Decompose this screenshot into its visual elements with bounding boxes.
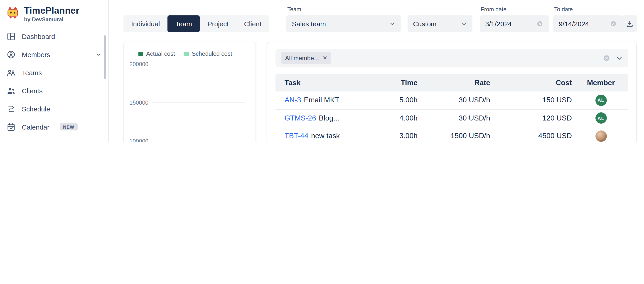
from-date-value: 3/1/2024 [485, 20, 532, 28]
task-id-link[interactable]: GTMS-26 [284, 114, 316, 122]
to-date-label: To date [553, 6, 622, 13]
y-tick-label: 150000 [130, 100, 148, 106]
sidebar-item-label: Members [22, 50, 50, 58]
tab-team[interactable]: Team [168, 15, 200, 32]
gridline [152, 102, 244, 103]
sidebar-item-schedule[interactable]: Schedule [0, 100, 108, 118]
legend-item-scheduled: Scheduled cost [184, 50, 232, 57]
sidebar-item-members[interactable]: Members [0, 45, 108, 63]
team-control: Team Sales team [286, 6, 401, 32]
column-header-cost: Cost [492, 79, 574, 87]
sidebar-item-timesheets[interactable]: Timesheets [0, 140, 108, 142]
y-tick-label: 100000 [130, 138, 148, 142]
range-select-value: Custom [413, 20, 456, 28]
sidebar: TimePlanner by DevSamurai Dashboard Memb… [0, 0, 109, 142]
tab-client[interactable]: Client [236, 15, 269, 32]
sidebar-item-label: Dashboard [22, 32, 55, 40]
sidebar-item-label: Schedule [22, 105, 50, 113]
close-icon[interactable]: ✕ [323, 55, 327, 61]
task-name: Email MKT [304, 96, 339, 104]
chart-legend: Actual cost Scheduled cost [131, 50, 248, 57]
app-byline: by DevSamurai [24, 16, 80, 23]
clients-icon [6, 86, 16, 95]
member-filter-chip[interactable]: All membe... ✕ [281, 52, 331, 64]
column-header-time: Time [367, 79, 419, 87]
y-tick-label: 200000 [130, 61, 148, 67]
legend-item-actual: Actual cost [138, 50, 175, 57]
sidebar-item-clients[interactable]: Clients [0, 82, 108, 100]
avatar [595, 131, 606, 142]
tab-individual[interactable]: Individual [124, 15, 168, 32]
to-date-input[interactable]: 9/14/2024 [553, 15, 622, 32]
chart-y-axis: 050000100000150000200000 [131, 64, 152, 142]
member-filter-bar[interactable]: All membe... ✕ [276, 49, 628, 67]
main-content: Individual Team Project Client Team Sale… [110, 0, 644, 142]
cost-table-card: All membe... ✕ Task Time Rate Cost Membe… [267, 42, 637, 142]
task-id-link[interactable]: AN-3 [284, 96, 301, 104]
to-date-value: 9/14/2024 [559, 20, 606, 28]
timeplanner-logo-icon [6, 5, 20, 20]
cost-chart-card: Actual cost Scheduled cost 0500001000001… [124, 42, 256, 142]
table-row: GTMS-26Blog... 4.00h 30 USD/h 120 USD AL [276, 109, 628, 127]
chevron-down-icon[interactable] [616, 55, 623, 61]
tab-project[interactable]: Project [200, 15, 236, 32]
new-badge: NEW [60, 123, 78, 131]
sidebar-item-calendar[interactable]: Calendar NEW [0, 118, 108, 136]
clear-icon[interactable] [603, 54, 610, 62]
column-header-task: Task [276, 79, 367, 87]
from-date-label: From date [480, 6, 549, 13]
chevron-down-icon [95, 51, 102, 58]
bar-chart: 050000100000150000200000 [131, 64, 248, 142]
to-date-control: To date 9/14/2024 [553, 6, 622, 32]
column-header-rate: Rate [419, 79, 492, 87]
task-id-link[interactable]: TBT-44 [284, 132, 308, 140]
app-title: TimePlanner [24, 5, 80, 16]
table-row: TBT-44new task 3.00h 1500 USD/h 4500 USD [276, 127, 628, 142]
chevron-down-icon [390, 21, 395, 27]
sidebar-item-label: Calendar [22, 123, 50, 131]
chevron-down-icon [461, 21, 467, 27]
sidebar-scrollbar[interactable] [104, 35, 106, 79]
table-body: AN-3Email MKT 5.00h 30 USD/h 150 USD AL … [276, 92, 628, 142]
task-cost: 150 USD [492, 96, 574, 104]
task-rate: 1500 USD/h [419, 132, 492, 140]
avatar: AL [595, 95, 606, 106]
team-label: Team [286, 6, 401, 13]
from-date-input[interactable]: 3/1/2024 [480, 15, 549, 32]
legend-swatch-actual [138, 51, 143, 56]
from-date-control: From date 3/1/2024 [480, 6, 549, 32]
task-cost: 120 USD [492, 114, 574, 122]
task-rate: 30 USD/h [419, 114, 492, 122]
schedule-icon [6, 104, 16, 114]
teams-icon [6, 68, 16, 77]
avatar: AL [595, 113, 606, 124]
range-label [408, 6, 472, 13]
date-range-select[interactable]: Custom [408, 15, 472, 32]
sidebar-item-teams[interactable]: Teams [0, 63, 108, 82]
legend-label: Actual cost [146, 50, 175, 57]
column-header-member: Member [574, 79, 628, 87]
view-tabs: Individual Team Project Client [124, 15, 269, 32]
members-icon [6, 50, 16, 59]
team-select-value: Sales team [292, 20, 385, 28]
legend-label: Scheduled cost [192, 50, 232, 57]
task-rate: 30 USD/h [419, 96, 492, 104]
sidebar-item-dashboard[interactable]: Dashboard [0, 27, 108, 45]
clear-icon[interactable] [610, 20, 617, 27]
table-row: AN-3Email MKT 5.00h 30 USD/h 150 USD AL [276, 92, 628, 109]
gridline [152, 141, 244, 141]
task-time: 5.00h [367, 96, 419, 104]
download-icon [626, 20, 633, 28]
clear-icon[interactable] [536, 20, 543, 27]
app-logo: TimePlanner by DevSamurai [0, 4, 108, 27]
gridline [152, 64, 244, 64]
chip-label: All membe... [285, 55, 319, 61]
task-name: new task [311, 132, 340, 140]
team-select[interactable]: Sales team [286, 15, 401, 32]
task-time: 3.00h [367, 132, 419, 140]
task-name: Blog... [319, 114, 340, 122]
download-button[interactable] [622, 15, 637, 32]
legend-swatch-scheduled [184, 51, 188, 56]
task-time: 4.00h [367, 114, 419, 122]
task-cost: 4500 USD [492, 132, 574, 140]
